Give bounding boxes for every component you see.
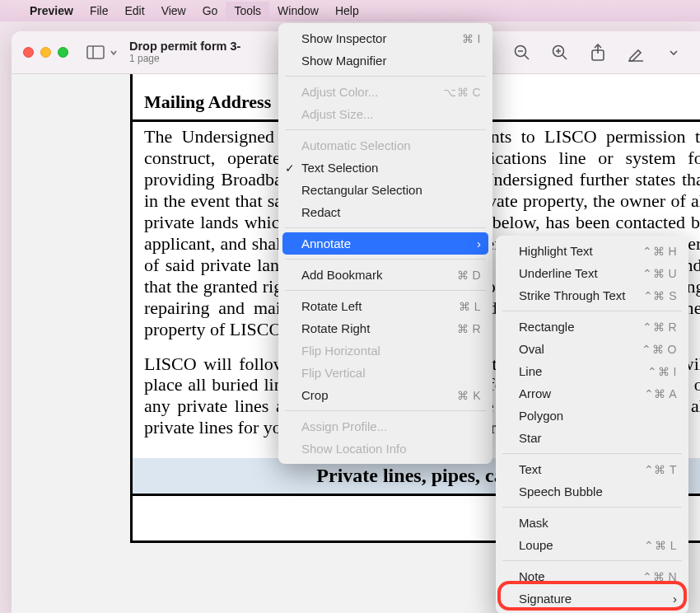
- tools-item-assign-profile: Assign Profile...: [278, 415, 492, 438]
- share-button[interactable]: [583, 40, 613, 66]
- menu-item-label: Star: [519, 431, 677, 445]
- menu-item-label: Redact: [301, 205, 481, 219]
- annotate-separator: [502, 560, 682, 561]
- annotate-item-rectangle[interactable]: Rectangle⌃⌘ R: [496, 316, 688, 338]
- tools-item-crop[interactable]: Crop⌘ K: [278, 384, 492, 406]
- menu-item-label: Crop: [301, 388, 457, 402]
- annotate-item-line[interactable]: Line⌃⌘ I: [496, 360, 688, 382]
- document-title-area: Drop permit form 3- 1 page: [129, 40, 240, 64]
- tools-item-text-selection[interactable]: ✓Text Selection: [278, 157, 492, 179]
- menu-item-label: Mask: [519, 516, 677, 530]
- check-icon: ✓: [285, 161, 295, 175]
- menu-item-label: Signature: [519, 592, 666, 606]
- menu-item-label: Rotate Right: [301, 321, 457, 335]
- annotate-separator: [502, 453, 682, 454]
- menu-window[interactable]: Window: [269, 2, 327, 20]
- chevron-right-icon: ›: [477, 236, 481, 250]
- sidebar-toggle-button[interactable]: [86, 41, 118, 64]
- annotate-item-polygon[interactable]: Polygon: [496, 405, 688, 427]
- annotate-item-strike-through-text[interactable]: Strike Through Text⌃⌘ S: [496, 284, 688, 306]
- annotate-item-note[interactable]: Note⌃⌘ N: [496, 565, 688, 587]
- tools-item-show-magnifier[interactable]: Show Magnifier: [278, 49, 492, 72]
- tools-item-redact[interactable]: Redact: [278, 201, 492, 223]
- menu-item-shortcut: ⌘ D: [457, 269, 482, 282]
- menu-item-label: Rectangular Selection: [301, 183, 481, 197]
- menu-edit[interactable]: Edit: [117, 2, 153, 20]
- tools-item-flip-vertical: Flip Vertical: [278, 362, 492, 384]
- zoom-window-button[interactable]: [58, 47, 68, 58]
- toolbar-overflow[interactable]: [659, 40, 688, 66]
- menu-item-label: Automatic Selection: [301, 138, 481, 152]
- menu-item-label: Oval: [519, 342, 642, 356]
- tools-dropdown-menu: Show Inspector⌘ IShow MagnifierAdjust Co…: [278, 23, 492, 464]
- close-window-button[interactable]: [23, 47, 34, 58]
- tools-item-automatic-selection: Automatic Selection: [278, 134, 492, 157]
- annotate-item-text[interactable]: Text⌃⌘ T: [496, 458, 688, 480]
- tools-separator: [285, 76, 486, 77]
- menu-go[interactable]: Go: [194, 2, 226, 20]
- markup-button[interactable]: [621, 40, 651, 66]
- menu-tools[interactable]: Tools: [226, 2, 269, 20]
- menu-item-shortcut: ⌃⌘ L: [644, 539, 677, 552]
- svg-rect-0: [87, 46, 104, 58]
- menu-item-shortcut: ⌃⌘ A: [644, 387, 677, 400]
- app-menu[interactable]: Preview: [21, 2, 82, 20]
- menu-item-label: Polygon: [519, 409, 677, 423]
- minimize-window-button[interactable]: [40, 47, 51, 58]
- zoom-in-button[interactable]: [545, 40, 575, 66]
- annotate-item-oval[interactable]: Oval⌃⌘ O: [496, 338, 688, 360]
- tools-item-adjust-size: Adjust Size...: [278, 103, 492, 125]
- menubar: Preview File Edit View Go Tools Window H…: [0, 0, 700, 21]
- tools-separator: [285, 259, 486, 260]
- menu-item-label: Underline Text: [519, 266, 642, 280]
- menu-item-label: Rectangle: [519, 320, 642, 334]
- tools-item-add-bookmark[interactable]: Add Bookmark⌘ D: [278, 264, 492, 286]
- menu-item-shortcut: ⌘ K: [457, 389, 481, 402]
- document-title: Drop permit form 3-: [129, 40, 240, 54]
- annotate-item-signature[interactable]: Signature›: [496, 587, 688, 610]
- menu-item-label: Line: [519, 364, 647, 378]
- annotate-item-underline-text[interactable]: Underline Text⌃⌘ U: [496, 262, 688, 284]
- menu-item-label: Loupe: [519, 538, 644, 552]
- menu-item-label: Note: [519, 569, 642, 583]
- annotate-item-speech-bubble[interactable]: Speech Bubble: [496, 480, 688, 503]
- menu-item-shortcut: ⌃⌘ I: [647, 365, 677, 378]
- tools-separator: [285, 129, 486, 130]
- menu-item-shortcut: ⌃⌘ N: [642, 570, 677, 583]
- menu-item-label: Speech Bubble: [519, 484, 677, 498]
- tools-item-annotate[interactable]: Annotate›: [282, 232, 488, 255]
- zoom-out-button[interactable]: [507, 40, 537, 66]
- menu-help[interactable]: Help: [327, 2, 367, 20]
- menu-view[interactable]: View: [153, 2, 194, 20]
- annotate-item-arrow[interactable]: Arrow⌃⌘ A: [496, 382, 688, 405]
- tools-item-show-location-info: Show Location Info: [278, 438, 492, 460]
- menu-item-shortcut: ⌘ I: [462, 32, 481, 45]
- tools-item-adjust-color: Adjust Color...⌥⌘ C: [278, 81, 492, 103]
- menu-item-label: Text Selection: [301, 161, 481, 175]
- menu-item-shortcut: ⌘ R: [457, 322, 482, 335]
- menu-item-label: Text: [519, 462, 644, 476]
- annotate-submenu: Highlight Text⌃⌘ HUnderline Text⌃⌘ UStri…: [496, 236, 688, 613]
- tools-item-flip-horizontal: Flip Horizontal: [278, 339, 492, 362]
- menu-item-shortcut: ⌃⌘ O: [642, 343, 677, 356]
- menu-item-label: Flip Vertical: [301, 366, 481, 380]
- menu-file[interactable]: File: [82, 2, 117, 20]
- annotate-item-highlight-text[interactable]: Highlight Text⌃⌘ H: [496, 240, 688, 262]
- menu-item-label: Strike Through Text: [519, 288, 643, 302]
- annotate-separator: [502, 311, 682, 311]
- menu-item-shortcut: ⌃⌘ U: [642, 267, 677, 280]
- menu-item-label: Highlight Text: [519, 244, 642, 258]
- window-controls: [23, 47, 68, 58]
- tools-item-rotate-right[interactable]: Rotate Right⌘ R: [278, 317, 492, 339]
- menu-item-label: Show Inspector: [301, 31, 462, 45]
- annotate-item-star[interactable]: Star: [496, 427, 688, 449]
- menu-item-label: Assign Profile...: [301, 419, 481, 433]
- tools-item-rectangular-selection[interactable]: Rectangular Selection: [278, 179, 492, 201]
- annotate-item-mask[interactable]: Mask: [496, 512, 688, 534]
- tools-separator: [285, 410, 486, 411]
- document-page-count: 1 page: [129, 54, 240, 65]
- annotate-item-loupe[interactable]: Loupe⌃⌘ L: [496, 534, 688, 556]
- tools-item-show-inspector[interactable]: Show Inspector⌘ I: [278, 27, 492, 49]
- tools-item-rotate-left[interactable]: Rotate Left⌘ L: [278, 295, 492, 317]
- menu-item-label: Adjust Size...: [301, 107, 481, 121]
